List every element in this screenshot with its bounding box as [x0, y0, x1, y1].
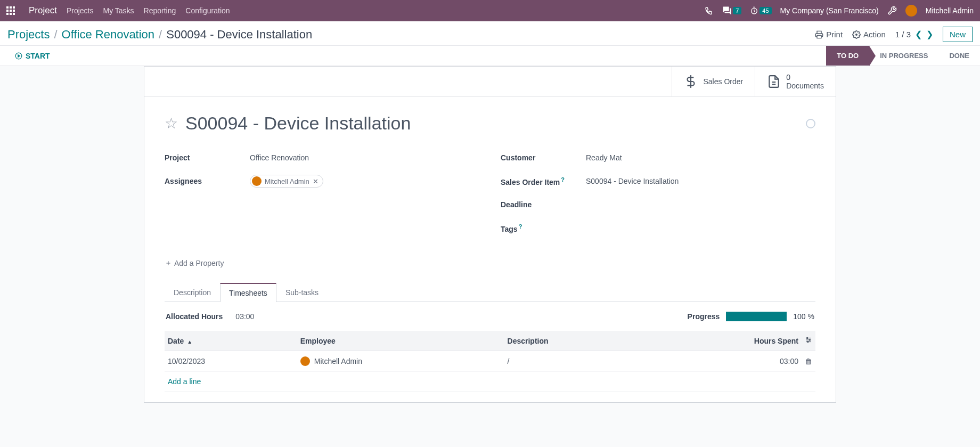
help-icon[interactable]: ? — [519, 223, 522, 230]
nav-reporting[interactable]: Reporting — [144, 6, 176, 15]
smart-button-sales-order[interactable]: Sales Order — [672, 67, 755, 96]
assignee-chip[interactable]: Mitchell Admin ✕ — [250, 175, 323, 188]
svg-rect-4 — [10, 10, 12, 12]
header: Projects / Office Renovation / S00094 - … — [0, 21, 980, 46]
pager-text[interactable]: 1 / 3 — [895, 30, 911, 39]
debug-icon[interactable] — [887, 6, 897, 15]
employee-avatar — [300, 356, 310, 366]
breadcrumb-sep: / — [159, 28, 162, 42]
print-label: Print — [826, 30, 843, 39]
form-sheet: Sales Order 0 Documents ☆ S00094 - Devic… — [144, 66, 836, 403]
start-button[interactable]: START — [15, 52, 50, 60]
svg-rect-6 — [6, 13, 9, 15]
svg-rect-0 — [6, 6, 9, 9]
col-date[interactable]: Date▲ — [165, 331, 297, 351]
allocated-hours-value[interactable]: 03:00 — [235, 312, 254, 321]
smart-button-documents[interactable]: 0 Documents — [755, 67, 836, 96]
col-employee[interactable]: Employee — [297, 331, 504, 351]
help-icon[interactable]: ? — [561, 176, 565, 183]
deadline-label: Deadline — [501, 200, 586, 209]
tab-timesheets[interactable]: Timesheets — [220, 283, 276, 302]
progress-value: 100 % — [793, 312, 814, 321]
user-menu[interactable]: Mitchell Admin — [926, 6, 974, 15]
add-line-button[interactable]: Add a line — [168, 377, 201, 386]
plus-icon: ＋ — [165, 258, 172, 268]
pager-next[interactable]: ❯ — [926, 29, 933, 39]
stage-todo[interactable]: TO DO — [826, 46, 869, 66]
progress-bar — [726, 312, 787, 321]
start-label: START — [26, 52, 50, 60]
action-button[interactable]: Action — [852, 30, 886, 39]
delete-row-icon[interactable]: 🗑 — [805, 357, 812, 365]
svg-rect-5 — [13, 10, 15, 12]
task-title[interactable]: S00094 - Device Installation — [185, 113, 411, 134]
soitem-value[interactable]: S00094 - Device Installation — [586, 177, 679, 185]
stage-in-progress[interactable]: IN PROGRESS — [869, 46, 938, 66]
company-switcher[interactable]: My Company (San Francisco) — [780, 6, 879, 15]
tags-label: Tags? — [501, 223, 586, 233]
cell-hours[interactable]: 03:00 — [648, 351, 802, 372]
assignee-remove[interactable]: ✕ — [313, 177, 318, 185]
priority-star[interactable]: ☆ — [165, 115, 178, 132]
svg-rect-3 — [6, 10, 9, 12]
topbar: Project Projects My Tasks Reporting Conf… — [0, 0, 980, 21]
timer-icon[interactable]: 45 — [750, 6, 771, 15]
nav-projects[interactable]: Projects — [67, 6, 94, 15]
sb-documents-label: Documents — [786, 82, 824, 90]
svg-rect-8 — [13, 13, 15, 15]
table-row[interactable]: 10/02/2023 Mitchell Admin / 03:00 🗑 — [165, 351, 815, 372]
col-description[interactable]: Description — [504, 331, 648, 351]
svg-point-19 — [807, 337, 808, 338]
stages: TO DO IN PROGRESS DONE — [826, 46, 980, 66]
sb-documents-count: 0 — [786, 73, 824, 82]
add-property-button[interactable]: ＋ Add a Property — [165, 258, 224, 268]
print-button[interactable]: Print — [815, 30, 843, 39]
col-options[interactable] — [802, 331, 815, 351]
nav-configuration[interactable]: Configuration — [185, 6, 230, 15]
tab-subtasks[interactable]: Sub-tasks — [276, 283, 328, 302]
svg-point-21 — [807, 341, 808, 342]
state-indicator[interactable] — [806, 119, 815, 128]
svg-marker-12 — [18, 54, 20, 57]
cell-date[interactable]: 10/02/2023 — [165, 351, 297, 372]
messages-icon[interactable]: 7 — [722, 6, 741, 15]
breadcrumb-sep: / — [54, 28, 57, 42]
cell-description[interactable]: / — [504, 351, 648, 372]
new-button[interactable]: New — [943, 27, 973, 42]
customer-label: Customer — [501, 153, 586, 162]
timesheet-table: Date▲ Employee Description Hours Spent 1… — [165, 331, 815, 392]
svg-rect-7 — [10, 13, 12, 15]
assignee-name: Mitchell Admin — [265, 177, 309, 185]
tabs: Description Timesheets Sub-tasks — [165, 283, 815, 302]
pager-prev[interactable]: ❮ — [915, 29, 922, 39]
assignee-avatar — [252, 176, 262, 186]
svg-point-20 — [809, 339, 810, 340]
pager: 1 / 3 ❮ ❯ — [895, 29, 933, 39]
assignees-label: Assignees — [165, 177, 250, 185]
stage-done[interactable]: DONE — [938, 46, 980, 66]
messages-badge: 7 — [733, 7, 741, 14]
phone-icon[interactable] — [704, 6, 714, 15]
breadcrumb-projects[interactable]: Projects — [7, 28, 50, 42]
add-property-label: Add a Property — [174, 259, 224, 267]
allocated-hours-label: Allocated Hours — [166, 312, 223, 321]
smart-buttons: Sales Order 0 Documents — [144, 67, 836, 97]
tab-description[interactable]: Description — [165, 283, 220, 302]
statusbar: START TO DO IN PROGRESS DONE — [0, 46, 980, 66]
app-name[interactable]: Project — [29, 5, 57, 16]
project-value[interactable]: Office Renovation — [250, 153, 309, 162]
nav-my-tasks[interactable]: My Tasks — [103, 6, 134, 15]
cell-employee[interactable]: Mitchell Admin — [297, 351, 504, 372]
svg-rect-1 — [10, 6, 12, 9]
apps-icon[interactable] — [6, 6, 15, 15]
progress-label: Progress — [688, 312, 720, 321]
employee-name: Mitchell Admin — [314, 357, 362, 365]
user-avatar[interactable] — [905, 5, 917, 17]
sort-asc-icon: ▲ — [187, 339, 192, 345]
col-hours[interactable]: Hours Spent — [648, 331, 802, 351]
action-label: Action — [863, 30, 886, 39]
customer-value[interactable]: Ready Mat — [586, 153, 622, 162]
timer-badge: 45 — [760, 7, 771, 14]
breadcrumb-task: S00094 - Device Installation — [166, 28, 312, 42]
breadcrumb-project[interactable]: Office Renovation — [62, 28, 154, 42]
